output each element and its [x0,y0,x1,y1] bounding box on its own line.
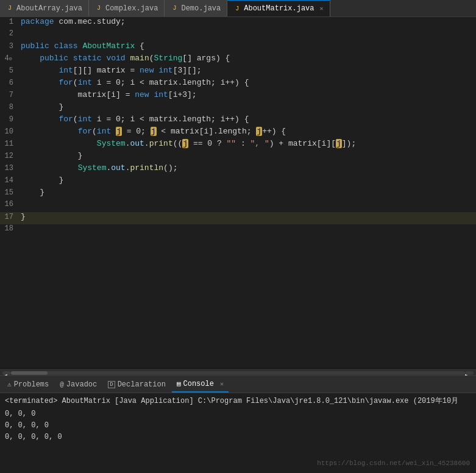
panel-tab-javadoc[interactable]: @ Javadoc [55,376,102,393]
console-output: 0, 0, 0 0, 0, 0, 0 0, 0, 0, 0, 0 [5,408,471,444]
code-text: } [21,176,474,185]
code-text: System.out.print((j == 0 ? "" : ", ") + … [21,139,474,148]
problems-icon: ⚠ [7,380,12,388]
code-line: 8 } [0,102,476,115]
code-text: matrix[i] = new int[i+3]; [21,90,474,99]
console-icon: ▤ [177,380,181,388]
code-line: 16 [0,200,476,212]
console-line: 0, 0, 0, 0, 0 [5,432,471,443]
code-line: 9 for(int i = 0; i < matrix.length; i++)… [0,115,476,127]
line-number: 5 [2,66,21,75]
java-file-icon: J [95,5,102,12]
line-number: 16 [2,200,21,208]
panel-tab-label: Javadoc [66,380,97,389]
code-line: 1 package com.mec.study; [0,17,476,29]
line-number: 3 [2,42,21,51]
panel-tab-close-icon[interactable]: ✕ [220,380,224,388]
code-editor: 1 package com.mec.study; 2 3 public clas… [0,17,476,369]
java-file-icon: J [6,5,13,12]
code-line: 17 } [0,212,476,224]
horizontal-scrollbar[interactable]: ◀ ▶ [0,369,476,375]
console-line: 0, 0, 0 [5,408,471,420]
code-text: } [21,212,474,221]
code-text: public class AboutMatrix { [21,41,474,51]
code-line: 10 for(int j = 0; j < matrix[i].length; … [0,127,476,139]
javadoc-icon: @ [60,381,64,388]
code-text: for(int i = 0; i < matrix.length; i++) { [21,78,474,87]
line-number: 9 [2,115,21,124]
code-text: } [21,102,474,112]
tab-close-icon[interactable]: ✕ [319,5,323,12]
panel-tab-problems[interactable]: ⚠ Problems [2,376,54,393]
bottom-panel: ⚠ Problems @ Javadoc D Declaration ▤ Con… [0,375,476,473]
code-line: 5 int[][] matrix = new int[3][]; [0,66,476,78]
line-number: 17 [2,213,21,221]
panel-tab-label: Problems [14,380,49,389]
line-number: 10 [2,127,21,136]
tab-about-matrix[interactable]: J AboutMatrix.java ✕ [227,0,330,16]
code-line: 11 System.out.print((j == 0 ? "" : ", ")… [0,139,476,151]
watermark: https://blog.csdn.net/wei_xin_45238600 [317,460,470,467]
tab-about-array[interactable]: J AboutArray.java [0,0,89,16]
tab-label: AboutArray.java [16,4,82,13]
line-number: 12 [2,152,21,160]
tab-label: Demo.java [181,4,221,13]
console-line: 0, 0, 0, 0 [5,420,471,432]
code-text: public static void main(String[] args) { [21,54,474,63]
tab-label: Complex.java [105,4,158,13]
code-area: 1 package com.mec.study; 2 3 public clas… [0,17,476,369]
line-number: 7 [2,91,21,99]
declaration-icon: D [108,381,115,388]
code-line: 15 } [0,188,476,200]
code-line: 3 public class AboutMatrix { [0,41,476,54]
line-number: 11 [2,140,21,148]
scroll-track[interactable] [11,371,465,375]
scroll-left-arrow[interactable]: ◀ [2,371,11,375]
java-file-icon: J [171,5,178,12]
code-text: package com.mec.study; [21,17,474,26]
code-line: 6 for(int i = 0; i < matrix.length; i++)… [0,78,476,90]
panel-tab-bar: ⚠ Problems @ Javadoc D Declaration ▤ Con… [0,376,476,393]
line-number: 14 [2,176,21,185]
line-number: 8 [2,103,21,112]
panel-tab-console[interactable]: ▤ Console ✕ [172,376,229,393]
console-header: <terminated> AboutMatrix [Java Applicati… [5,396,471,406]
panel-tab-declaration[interactable]: D Declaration [103,376,171,393]
code-text: for(int j = 0; j < matrix[i].length; j++… [21,127,474,136]
line-number: 18 [2,224,21,233]
code-text: System.out.println(); [21,163,474,172]
tab-demo[interactable]: J Demo.java [165,0,227,16]
panel-tab-label: Console [183,380,214,388]
java-file-icon: J [233,5,241,12]
code-line: 12 } [0,151,476,163]
line-number: 1 [2,18,21,26]
code-text: int[][] matrix = new int[3][]; [21,66,474,75]
code-line: 4⊖ public static void main(String[] args… [0,54,476,66]
scroll-thumb[interactable] [11,371,48,375]
code-line: 18 [0,224,476,237]
code-text: } [21,188,474,197]
line-number: 13 [2,164,21,172]
scroll-right-arrow[interactable]: ▶ [465,371,474,375]
tab-complex[interactable]: J Complex.java [89,0,165,16]
code-line: 13 System.out.println(); [0,163,476,176]
tab-label: AboutMatrix.java [244,4,314,13]
panel-tab-label: Declaration [118,380,166,389]
code-line: 2 [0,29,476,41]
line-number: 15 [2,188,21,197]
code-text: } [21,151,474,160]
code-line: 7 matrix[i] = new int[i+3]; [0,90,476,102]
line-number: 4⊖ [2,54,21,63]
code-text: for(int i = 0; i < matrix.length; i++) { [21,115,474,124]
line-number: 6 [2,79,21,87]
line-number: 2 [2,29,21,38]
tab-bar: J AboutArray.java J Complex.java J Demo.… [0,0,476,17]
code-line: 14 } [0,176,476,188]
